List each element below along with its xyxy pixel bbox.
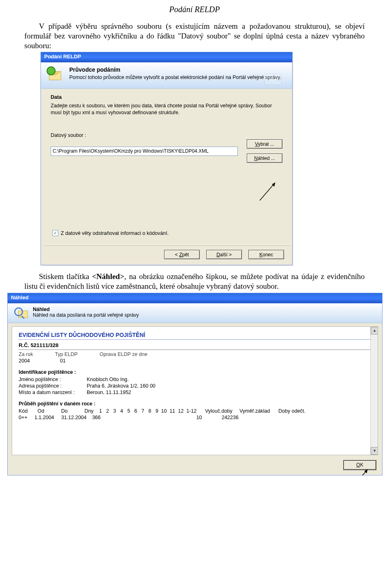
data-heading: Data	[51, 94, 282, 100]
val-zarok: 2004	[19, 358, 38, 364]
wizard-title: Průvodce podáním	[69, 66, 286, 73]
envelope-wizard-icon	[47, 66, 64, 83]
nahled-header: Náhled Náhled na data posílaná na portál…	[8, 303, 382, 323]
eldp-heading: EVIDENČNÍ LISTY DŮCHODOVÉHO POJIŠTĚNÍ	[19, 332, 371, 340]
scrollbar[interactable]: ▲ ▼	[370, 327, 378, 455]
intro-paragraph: V případě výběru správného souboru (s ex…	[24, 21, 365, 50]
rc-value: R.Č. 521111/328	[19, 342, 371, 350]
nahled-label: áhled ...	[258, 156, 275, 161]
dialog-nahled: Náhled Náhled Náhled na data posílaná na…	[7, 293, 383, 475]
file-input[interactable]	[51, 147, 238, 156]
prubeh-columns: Kód Od Do Dny 1 2 3 4 5 6 7 8 9 10 11 12…	[19, 408, 371, 414]
mid-paragraph: Stiskem tlačítka <Náhled>, na obrázku oz…	[24, 272, 365, 291]
col-zarok: Za rok	[19, 352, 33, 357]
adresa-value: Praha 6, Jiráskova 1/2, 160 00	[87, 383, 156, 389]
col-oprava: Oprava ELDP ze dne	[100, 352, 147, 357]
vybrat-button[interactable]: Vybrat ...	[247, 139, 282, 149]
arrow-annotation	[256, 179, 280, 203]
watermark-icon	[261, 70, 285, 86]
svg-line-0	[260, 183, 275, 200]
col-typ: Typ ELDP	[55, 352, 77, 357]
scroll-up-icon[interactable]: ▲	[371, 327, 378, 334]
data-text: Zadejte cestu k souboru, ve kterém jsou …	[51, 102, 282, 116]
ident-heading: Identifikace pojištěnce :	[19, 369, 371, 375]
encoding-checkbox-label: Z datové věty odstraňovat informaci o kó…	[61, 230, 169, 236]
dialog-podani: Podání RELDP Průvodce podáním Pomocí toh…	[41, 52, 293, 265]
vybrat-label: ybrat ...	[258, 141, 274, 147]
dialog2-titlebar: Náhled	[8, 293, 382, 303]
val-typ: 01	[60, 358, 83, 364]
prubeh-heading: Průběh pojištění v daném roce :	[19, 401, 371, 407]
nahled-header-title: Náhled	[33, 307, 139, 312]
misto-value: Beroun, 11.11.1952	[87, 390, 131, 395]
back-button[interactable]: < Zpět	[164, 250, 200, 259]
nahled-ref: <Náhled>	[92, 272, 124, 281]
dialog1-titlebar: Podání RELDP	[41, 52, 292, 62]
nahled-button[interactable]: Náhled ...	[247, 153, 282, 163]
jmeno-label: Jméno pojištěnce :	[19, 377, 87, 382]
page-header: Podání RELDP	[0, 5, 389, 14]
encoding-checkbox[interactable]: ✓	[52, 230, 58, 236]
wizard-header: Průvodce podáním Pomocí tohoto průvodce …	[41, 62, 292, 89]
magnifier-envelope-icon	[13, 307, 28, 319]
wizard-subtitle: Pomocí tohoto průvodce můžete vytvořit a…	[69, 74, 286, 81]
prubeh-row: 0++ 1.1.2004 31.12.2004 366 10 242236	[19, 415, 371, 420]
misto-label: Místo a datum narození :	[19, 390, 87, 395]
end-button[interactable]: Konec	[248, 250, 284, 259]
preview-pane: ▲ ▼ EVIDENČNÍ LISTY DŮCHODOVÉHO POJIŠTĚN…	[12, 326, 378, 455]
arrow-annotation-ok	[351, 464, 372, 475]
file-field-label: Datový soubor :	[51, 132, 282, 138]
adresa-label: Adresa pojištěnce :	[19, 383, 87, 389]
nahled-header-sub: Náhled na data posílaná na portál veřejn…	[33, 312, 139, 318]
jmeno-value: Knobloch Otto Ing.	[87, 377, 129, 382]
next-button[interactable]: Další >	[206, 250, 242, 259]
scroll-down-icon[interactable]: ▼	[371, 447, 378, 455]
